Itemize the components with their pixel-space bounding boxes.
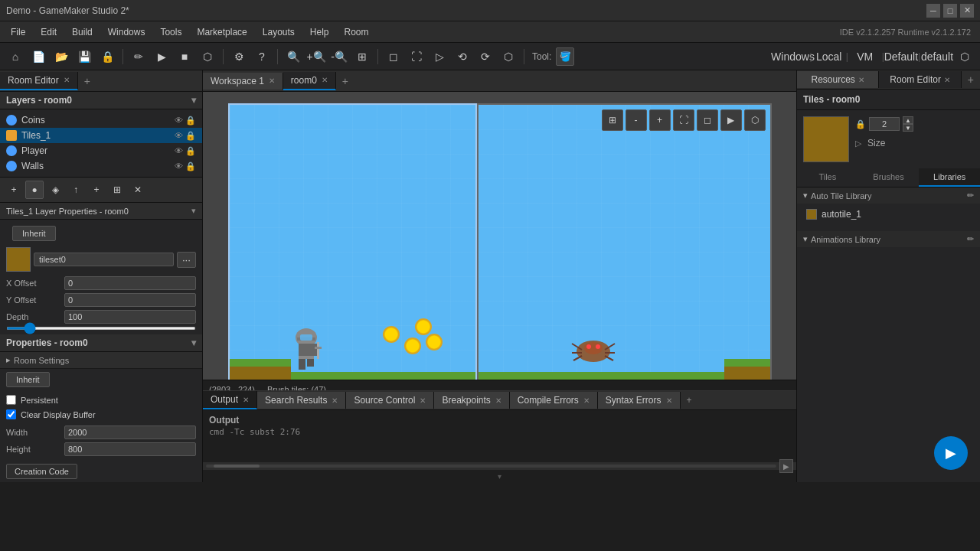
local-button[interactable]: Local [818, 46, 840, 67]
maximize-button[interactable]: □ [943, 4, 957, 18]
save-lock-button[interactable]: 🔒 [96, 46, 118, 67]
canvas-fit-btn[interactable]: ⛶ [673, 109, 694, 131]
layer-lock-walls[interactable]: 🔒 [185, 161, 196, 171]
inherit-btn[interactable]: Inherit [12, 226, 56, 241]
canvas-zoom-in-btn[interactable]: + [649, 109, 671, 131]
zoom-fit-button[interactable]: 🔍 [283, 46, 304, 67]
left-tab-add[interactable]: + [78, 72, 96, 90]
creation-code-btn[interactable]: Creation Code [6, 464, 77, 479]
move-up-btn[interactable]: ↑ [67, 181, 85, 199]
right-tab-add[interactable]: + [962, 70, 980, 89]
canvas-view-btn[interactable]: ◻ [697, 109, 718, 131]
auto-tile-edit-icon[interactable]: ✏ [967, 191, 974, 201]
default2-button[interactable]: default [926, 46, 948, 67]
play2-button[interactable]: ▷ [429, 46, 450, 67]
debug-button[interactable]: ⬡ [197, 46, 218, 67]
output-tab[interactable]: Output ✕ [203, 391, 257, 409]
compile-errors-tab[interactable]: Compile Errors ✕ [510, 392, 598, 409]
bottom-tab-add[interactable]: + [681, 392, 698, 409]
move-down-btn[interactable]: + [87, 181, 106, 199]
bottom-scroll-track[interactable] [206, 465, 776, 468]
canvas-extra-btn[interactable]: ⬡ [744, 109, 766, 131]
view-button[interactable]: ◻ [383, 46, 404, 67]
add-layer-btn[interactable]: + [5, 181, 23, 199]
tileset-name-input[interactable] [34, 253, 174, 266]
depth-slider[interactable] [6, 327, 196, 330]
merge-tool-btn[interactable]: ◈ [46, 181, 64, 199]
layer-eye-walls[interactable]: 👁 [175, 161, 183, 171]
canvas-play-btn[interactable]: ▶ [720, 109, 742, 131]
collapse-handle[interactable]: ▾ [203, 470, 796, 482]
edit-button[interactable]: ✏ [128, 46, 149, 67]
extra2-button[interactable]: ⟳ [475, 46, 496, 67]
fullscreen-button[interactable]: ⛶ [406, 46, 427, 67]
minimize-button[interactable]: ─ [926, 4, 940, 18]
grid-toggle-btn[interactable]: ⊞ [602, 109, 623, 131]
breakpoints-close[interactable]: ✕ [495, 396, 501, 405]
room0-tab-close[interactable]: ✕ [322, 76, 328, 84]
menu-file[interactable]: File [3, 24, 33, 41]
room-editor-right-close[interactable]: ✕ [944, 76, 950, 84]
libraries-lib-tab[interactable]: Libraries [919, 168, 980, 187]
auto-tile-section-header[interactable]: ▾ Auto Tile Library ✏ [797, 187, 980, 204]
syntax-errors-close[interactable]: ✕ [666, 396, 672, 405]
stop-button[interactable]: ■ [174, 46, 195, 67]
yoffset-input[interactable] [64, 293, 196, 307]
auto-tile-item[interactable]: autotile_1 [803, 207, 974, 222]
windows-button[interactable]: Windows [782, 46, 804, 67]
persistent-checkbox[interactable] [6, 395, 16, 405]
menu-tools[interactable]: Tools [152, 24, 189, 41]
home-button[interactable]: ⌂ [5, 46, 26, 67]
layout-button[interactable]: ⊞ [351, 46, 373, 67]
compile-errors-close[interactable]: ✕ [583, 396, 590, 405]
search-results-close[interactable]: ✕ [332, 396, 338, 405]
zoom-out-button[interactable]: -🔍 [328, 46, 350, 67]
delete-layer-btn[interactable]: ✕ [129, 181, 147, 199]
menu-help[interactable]: Help [302, 24, 337, 41]
width-input[interactable] [64, 425, 196, 439]
layer-item-coins[interactable]: Coins 👁 🔒 [0, 112, 202, 128]
syntax-errors-tab[interactable]: Syntax Errors ✕ [598, 392, 681, 409]
play-button[interactable]: ▶ [151, 46, 172, 67]
settings-button[interactable]: ⚙ [228, 46, 250, 67]
layer-eye-player[interactable]: 👁 [175, 146, 183, 156]
animations-section-header[interactable]: ▾ Animations Library ✏ [797, 231, 980, 247]
bottom-scrollbar[interactable]: ▶ [203, 462, 796, 470]
layer-item-walls[interactable]: Walls 👁 🔒 [0, 158, 202, 174]
layers-collapse[interactable]: ▾ [191, 95, 196, 106]
zoom-in-button[interactable]: +🔍 [305, 46, 327, 67]
window-controls[interactable]: ─ □ ✕ [926, 4, 974, 18]
layer-eye-coins[interactable]: 👁 [175, 116, 183, 126]
room-settings-section[interactable]: ▸ Room Settings [0, 352, 202, 369]
layer-lock-coins[interactable]: 🔒 [185, 116, 196, 126]
clear-buffer-checkbox[interactable] [6, 409, 16, 419]
tile-size-up[interactable]: ▲ [903, 116, 913, 124]
save-button[interactable]: 💾 [74, 46, 95, 67]
brushes-lib-tab[interactable]: Brushes [858, 168, 920, 187]
layer-item-tiles1[interactable]: Tiles_1 👁 🔒 [0, 128, 202, 143]
room-editor-close[interactable]: ✕ [64, 76, 70, 84]
layer-props-collapse[interactable]: ▾ [191, 206, 196, 216]
room-props-collapse[interactable]: ▾ [191, 337, 196, 348]
resources-tab[interactable]: Resources ✕ [797, 71, 879, 88]
layer-lock-player[interactable]: 🔒 [185, 146, 196, 156]
play-fab-button[interactable]: ▶ [934, 436, 968, 470]
tileset-options-btn[interactable]: ··· [177, 252, 196, 268]
open-button[interactable]: 📂 [51, 46, 72, 67]
vm-button[interactable]: VM [854, 46, 876, 67]
room-editor-tab[interactable]: Room Editor ✕ [0, 72, 78, 90]
extra3-button[interactable]: ⬡ [498, 46, 519, 67]
menu-marketplace[interactable]: Marketplace [189, 24, 254, 41]
display-button[interactable]: ⬡ [954, 46, 975, 67]
layer-eye-tiles1[interactable]: 👁 [175, 131, 183, 141]
menu-windows[interactable]: Windows [100, 24, 153, 41]
room0-tab[interactable]: room0 ✕ [283, 72, 336, 90]
animations-edit-icon[interactable]: ✏ [967, 234, 974, 244]
source-control-tab[interactable]: Source Control ✕ [346, 392, 434, 409]
default-button[interactable]: Default [890, 46, 912, 67]
help-button[interactable]: ? [251, 46, 273, 67]
grid-tool-btn[interactable]: ⊞ [108, 181, 126, 199]
menu-room[interactable]: Room [337, 24, 377, 41]
output-tab-close[interactable]: ✕ [243, 396, 249, 404]
new-button[interactable]: 📄 [28, 46, 49, 67]
